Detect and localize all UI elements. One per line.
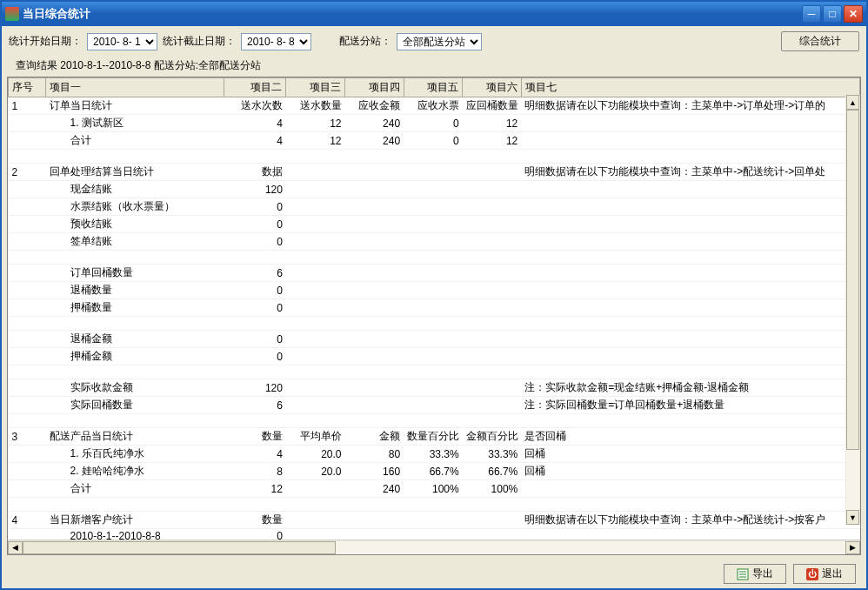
cell-item5	[404, 164, 463, 181]
scroll-right-arrow[interactable]: ▶	[845, 541, 860, 554]
cell-item2	[224, 317, 286, 331]
col-seq[interactable]: 序号	[9, 78, 46, 97]
cell-item2: 4	[224, 132, 286, 150]
toolbar: 统计开始日期： 2010- 8- 1 统计截止日期： 2010- 8- 8 配送…	[2, 26, 866, 57]
vscroll-thumb[interactable]	[846, 110, 859, 450]
table-row[interactable]: 1订单当日统计送水次数送水数量应收金额应收水票应回桶数量明细数据请在以下功能模块…	[9, 97, 860, 115]
hscroll-track[interactable]	[23, 541, 845, 554]
table-row[interactable]: 押桶数量0	[9, 299, 860, 317]
table-row[interactable]	[9, 498, 860, 512]
col-item6[interactable]: 项目六	[463, 78, 522, 97]
table-row[interactable]: 合计412240012	[9, 132, 860, 150]
cell-item2: 0	[224, 529, 286, 540]
cell-item7	[521, 132, 859, 150]
table-row[interactable]: 预收结账0	[9, 216, 860, 233]
table-row[interactable]: 3配送产品当日统计数量平均单价金额数量百分比金额百分比是否回桶	[9, 428, 860, 446]
col-item7[interactable]: 项目七	[521, 78, 859, 97]
col-item2[interactable]: 项目二	[224, 78, 286, 97]
table-row[interactable]	[9, 251, 860, 265]
cell-item2	[224, 150, 286, 164]
table-row[interactable]	[9, 414, 860, 428]
cell-seq	[9, 348, 46, 365]
scroll-down-arrow[interactable]: ▼	[846, 510, 859, 525]
col-item5[interactable]: 项目五	[404, 78, 463, 97]
cell-item1: 签单结账	[46, 233, 224, 251]
cell-item2: 数量	[224, 428, 286, 446]
cell-item7	[521, 251, 859, 265]
hscroll-thumb[interactable]	[23, 541, 336, 554]
exit-button[interactable]: ⏻ 退出	[793, 564, 856, 584]
cell-item1: 当日新增客户统计	[46, 512, 224, 529]
cell-item7: 注：实际回桶数量=订单回桶数量+退桶数量	[521, 397, 859, 414]
cell-item4: 80	[345, 446, 404, 463]
col-item3[interactable]: 项目三	[286, 78, 345, 97]
minimize-button[interactable]: ─	[802, 5, 821, 23]
cell-item2	[224, 414, 286, 428]
table-row[interactable]: 签单结账0	[9, 233, 860, 251]
col-item4[interactable]: 项目四	[345, 78, 404, 97]
table-row[interactable]: 实际回桶数量6注：实际回桶数量=订单回桶数量+退桶数量	[9, 397, 860, 414]
cell-item6: 66.7%	[463, 463, 522, 480]
scroll-left-arrow[interactable]: ◀	[8, 541, 23, 554]
table-row[interactable]: 2. 娃哈哈纯净水820.016066.7%66.7%回桶	[9, 463, 860, 480]
cell-item1: 合计	[46, 132, 224, 150]
cell-item3	[286, 331, 345, 348]
table-row[interactable]: 合计12240100%100%	[9, 480, 860, 498]
cell-item4	[345, 216, 404, 233]
cell-item6	[463, 181, 522, 198]
table-row[interactable]	[9, 150, 860, 164]
vscroll-track[interactable]	[846, 110, 859, 510]
cell-item1	[46, 251, 224, 265]
table-row[interactable]: 现金结账120	[9, 181, 860, 198]
close-button[interactable]: ✕	[844, 5, 863, 23]
cell-item6	[463, 498, 522, 512]
cell-item2: 0	[224, 216, 286, 233]
cell-item5	[404, 299, 463, 317]
horizontal-scrollbar[interactable]: ◀ ▶	[8, 540, 860, 554]
cell-item1: 现金结账	[46, 181, 224, 198]
cell-item2: 送水次数	[224, 97, 286, 115]
cell-item6	[463, 365, 522, 379]
export-button[interactable]: 导出	[724, 564, 786, 584]
table-row[interactable]: 订单回桶数量6	[9, 265, 860, 282]
table-row[interactable]: 退桶数量0	[9, 282, 860, 299]
table-row[interactable]	[9, 365, 860, 379]
cell-item2	[224, 251, 286, 265]
stats-button[interactable]: 综合统计	[781, 31, 859, 51]
cell-item1	[46, 498, 224, 512]
table-row[interactable]: 4当日新增客户统计数量明细数据请在以下功能模块中查询：主菜单中->配送统计->按…	[9, 512, 860, 529]
vertical-scrollbar[interactable]: ▲ ▼	[845, 95, 860, 525]
station-select[interactable]: 全部配送分站	[397, 33, 482, 50]
cell-seq: 3	[9, 428, 46, 446]
cell-item5: 应收水票	[404, 97, 463, 115]
col-item1[interactable]: 项目一	[46, 78, 224, 97]
cell-item5: 66.7%	[404, 463, 463, 480]
cell-item5	[404, 233, 463, 251]
table-row[interactable]: 实际收款金额120注：实际收款金额=现金结账+押桶金额-退桶金额	[9, 379, 860, 397]
maximize-button[interactable]: □	[823, 5, 842, 23]
cell-item4	[345, 265, 404, 282]
cell-item3	[286, 498, 345, 512]
cell-seq	[9, 265, 46, 282]
scroll-up-arrow[interactable]: ▲	[846, 95, 859, 110]
table-row[interactable]: 退桶金额0	[9, 331, 860, 348]
table-row[interactable]: 押桶金额0	[9, 348, 860, 365]
cell-seq	[9, 331, 46, 348]
cell-item1: 配送产品当日统计	[46, 428, 224, 446]
cell-item5	[404, 317, 463, 331]
cell-item4: 金额	[345, 428, 404, 446]
table-row[interactable]: 2010-8-1--2010-8-80	[9, 529, 860, 540]
cell-item2: 0	[224, 299, 286, 317]
cell-item4	[345, 365, 404, 379]
cell-item4	[345, 233, 404, 251]
cell-item5	[404, 265, 463, 282]
table-row[interactable]: 水票结账（收水票量）0	[9, 198, 860, 216]
cell-item3	[286, 365, 345, 379]
table-row[interactable]	[9, 317, 860, 331]
cell-item5: 33.3%	[404, 446, 463, 463]
table-row[interactable]: 1. 乐百氏纯净水420.08033.3%33.3%回桶	[9, 446, 860, 463]
start-date-select[interactable]: 2010- 8- 1	[87, 33, 157, 50]
table-row[interactable]: 2回单处理结算当日统计数据明细数据请在以下功能模块中查询：主菜单中->配送统计-…	[9, 164, 860, 181]
end-date-select[interactable]: 2010- 8- 8	[241, 33, 311, 50]
table-row[interactable]: 1. 测试新区412240012	[9, 115, 860, 132]
